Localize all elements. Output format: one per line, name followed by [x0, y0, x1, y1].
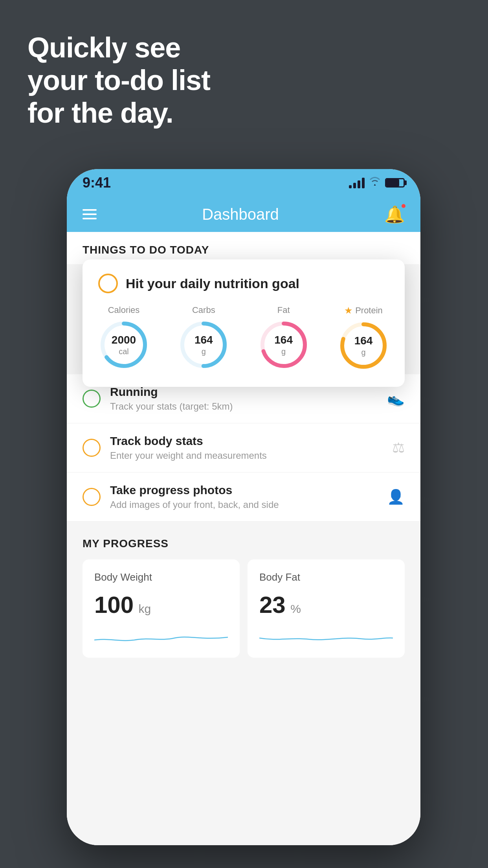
body-stats-checkbox[interactable] — [83, 439, 101, 457]
carbs-label: Carbs — [192, 305, 215, 315]
nutrition-card: Hit your daily nutrition goal Calories 2… — [83, 259, 405, 387]
status-icons — [349, 177, 405, 189]
photos-text: Take progress photos Add images of your … — [110, 484, 387, 510]
todo-item-body-stats[interactable]: Track body stats Enter your weight and m… — [67, 423, 420, 473]
body-stats-title: Track body stats — [110, 434, 392, 448]
todo-list: Running Track your stats (target: 5km) 👟… — [67, 374, 420, 522]
body-weight-card[interactable]: Body Weight 100 kg — [83, 559, 240, 658]
progress-cards: Body Weight 100 kg Body Fat 23 — [83, 559, 405, 658]
phone-mockup: 9:41 Dashboard — [67, 169, 420, 845]
body-fat-unit: % — [290, 602, 301, 615]
fat-metric: Fat 164 g — [258, 305, 309, 370]
calories-metric: Calories 2000 cal — [98, 305, 149, 370]
photos-title: Take progress photos — [110, 484, 387, 497]
nutrition-checkbox[interactable] — [98, 274, 118, 293]
fat-ring: 164 g — [258, 319, 309, 370]
running-title: Running — [110, 385, 387, 399]
body-weight-unit: kg — [139, 602, 151, 615]
nav-bar: Dashboard 🔔 — [67, 197, 420, 232]
body-weight-value: 100 — [94, 592, 134, 618]
protein-label: ★Protein — [344, 305, 383, 316]
carbs-metric: Carbs 164 g — [178, 305, 229, 370]
fat-label: Fat — [277, 305, 290, 315]
wifi-icon — [369, 177, 381, 189]
status-bar: 9:41 — [67, 169, 420, 197]
protein-metric: ★Protein 164 g — [338, 305, 389, 371]
running-text: Running Track your stats (target: 5km) — [110, 385, 387, 412]
calories-label: Calories — [108, 305, 140, 315]
photos-subtitle: Add images of your front, back, and side — [110, 499, 387, 510]
body-stats-icon: ⚖ — [392, 440, 405, 456]
signal-icon — [349, 177, 365, 188]
menu-button[interactable] — [83, 209, 97, 219]
todo-item-photos[interactable]: Take progress photos Add images of your … — [67, 473, 420, 522]
app-content: THINGS TO DO TODAY Hit your daily nutrit… — [67, 232, 420, 845]
carbs-ring: 164 g — [178, 319, 229, 370]
progress-title: MY PROGRESS — [83, 537, 405, 550]
body-stats-subtitle: Enter your weight and measurements — [110, 450, 392, 461]
nav-title: Dashboard — [202, 206, 279, 223]
body-fat-value: 23 — [259, 592, 286, 618]
body-weight-chart — [94, 626, 228, 646]
battery-icon — [385, 178, 405, 188]
notification-button[interactable]: 🔔 — [384, 205, 405, 224]
body-fat-chart — [259, 626, 393, 646]
nutrition-card-header: Hit your daily nutrition goal — [98, 274, 389, 293]
protein-ring: 164 g — [338, 320, 389, 371]
nutrition-metrics: Calories 2000 cal Carbs — [98, 305, 389, 371]
hero-text: Quickly see your to-do list for the day. — [28, 31, 210, 129]
progress-section: MY PROGRESS Body Weight 100 kg — [67, 522, 420, 673]
status-time: 9:41 — [83, 175, 111, 191]
photos-icon: 👤 — [387, 489, 405, 505]
body-fat-label: Body Fat — [259, 571, 393, 583]
running-checkbox[interactable] — [83, 390, 101, 408]
running-icon: 👟 — [387, 390, 405, 407]
body-fat-card[interactable]: Body Fat 23 % — [248, 559, 405, 658]
running-subtitle: Track your stats (target: 5km) — [110, 401, 387, 412]
things-to-do-title: THINGS TO DO TODAY — [83, 244, 209, 256]
photos-checkbox[interactable] — [83, 488, 101, 506]
body-weight-label: Body Weight — [94, 571, 228, 583]
nutrition-card-title: Hit your daily nutrition goal — [126, 276, 299, 291]
body-stats-text: Track body stats Enter your weight and m… — [110, 434, 392, 461]
calories-ring: 2000 cal — [98, 319, 149, 370]
